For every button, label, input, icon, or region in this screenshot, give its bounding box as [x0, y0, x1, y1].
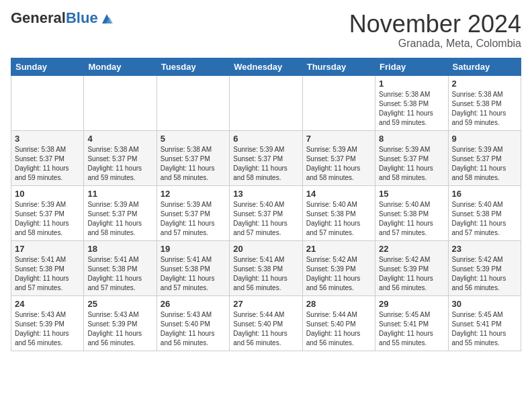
calendar-cell: 8Sunrise: 5:39 AMSunset: 5:37 PMDaylight…	[375, 130, 448, 185]
day-number: 29	[379, 299, 444, 309]
day-info: Sunrise: 5:40 AMSunset: 5:38 PMDaylight:…	[452, 200, 517, 238]
calendar-cell: 27Sunrise: 5:44 AMSunset: 5:40 PMDayligh…	[230, 295, 302, 351]
day-number: 25	[87, 299, 152, 309]
calendar-cell: 16Sunrise: 5:40 AMSunset: 5:38 PMDayligh…	[448, 185, 521, 240]
calendar-cell: 25Sunrise: 5:43 AMSunset: 5:39 PMDayligh…	[84, 295, 157, 351]
day-info: Sunrise: 5:39 AMSunset: 5:37 PMDaylight:…	[161, 200, 226, 238]
day-number: 18	[87, 244, 152, 254]
calendar-cell: 17Sunrise: 5:41 AMSunset: 5:38 PMDayligh…	[11, 240, 84, 295]
logo-text: GeneralBlue	[11, 11, 114, 26]
day-info: Sunrise: 5:39 AMSunset: 5:37 PMDaylight:…	[15, 200, 80, 238]
logo-blue: Blue	[66, 11, 98, 26]
day-number: 20	[233, 244, 298, 254]
col-header-saturday: Saturday	[448, 58, 521, 75]
calendar-cell: 30Sunrise: 5:45 AMSunset: 5:41 PMDayligh…	[448, 295, 521, 351]
day-number: 27	[233, 299, 298, 309]
day-number: 6	[233, 134, 298, 144]
day-info: Sunrise: 5:39 AMSunset: 5:37 PMDaylight:…	[452, 145, 517, 183]
day-number: 10	[15, 189, 80, 199]
day-number: 8	[379, 134, 444, 144]
calendar-cell: 12Sunrise: 5:39 AMSunset: 5:37 PMDayligh…	[157, 185, 229, 240]
calendar-cell	[84, 75, 157, 130]
day-number: 16	[452, 189, 517, 199]
calendar-cell: 13Sunrise: 5:40 AMSunset: 5:37 PMDayligh…	[230, 185, 302, 240]
day-number: 1	[379, 79, 444, 89]
day-number: 17	[15, 244, 80, 254]
col-header-thursday: Thursday	[302, 58, 375, 75]
day-info: Sunrise: 5:42 AMSunset: 5:39 PMDaylight:…	[452, 255, 517, 293]
day-info: Sunrise: 5:41 AMSunset: 5:38 PMDaylight:…	[161, 255, 226, 293]
calendar-week-2: 3Sunrise: 5:38 AMSunset: 5:37 PMDaylight…	[11, 130, 521, 185]
calendar-cell: 20Sunrise: 5:41 AMSunset: 5:38 PMDayligh…	[230, 240, 302, 295]
calendar-cell	[230, 75, 302, 130]
month-title: November 2024	[349, 11, 521, 38]
day-number: 12	[161, 189, 226, 199]
day-info: Sunrise: 5:42 AMSunset: 5:39 PMDaylight:…	[306, 255, 371, 293]
calendar-cell: 19Sunrise: 5:41 AMSunset: 5:38 PMDayligh…	[157, 240, 229, 295]
calendar-cell: 6Sunrise: 5:39 AMSunset: 5:37 PMDaylight…	[230, 130, 302, 185]
calendar-cell: 10Sunrise: 5:39 AMSunset: 5:37 PMDayligh…	[11, 185, 84, 240]
calendar-cell: 28Sunrise: 5:44 AMSunset: 5:40 PMDayligh…	[302, 295, 375, 351]
day-info: Sunrise: 5:43 AMSunset: 5:39 PMDaylight:…	[15, 310, 80, 348]
calendar-cell: 2Sunrise: 5:38 AMSunset: 5:38 PMDaylight…	[448, 75, 521, 130]
calendar-cell: 3Sunrise: 5:38 AMSunset: 5:37 PMDaylight…	[11, 130, 84, 185]
logo-icon	[99, 11, 114, 25]
day-info: Sunrise: 5:39 AMSunset: 5:37 PMDaylight:…	[87, 200, 152, 238]
day-info: Sunrise: 5:40 AMSunset: 5:38 PMDaylight:…	[379, 200, 444, 238]
day-info: Sunrise: 5:45 AMSunset: 5:41 PMDaylight:…	[452, 310, 517, 348]
day-number: 14	[306, 189, 371, 199]
day-info: Sunrise: 5:45 AMSunset: 5:41 PMDaylight:…	[379, 310, 444, 348]
title-block: November 2024 Granada, Meta, Colombia	[349, 11, 521, 50]
calendar-cell: 4Sunrise: 5:38 AMSunset: 5:37 PMDaylight…	[84, 130, 157, 185]
day-number: 7	[306, 134, 371, 144]
day-info: Sunrise: 5:41 AMSunset: 5:38 PMDaylight:…	[15, 255, 80, 293]
calendar-week-1: 1Sunrise: 5:38 AMSunset: 5:38 PMDaylight…	[11, 75, 521, 130]
day-number: 4	[87, 134, 152, 144]
day-info: Sunrise: 5:44 AMSunset: 5:40 PMDaylight:…	[306, 310, 371, 348]
day-info: Sunrise: 5:44 AMSunset: 5:40 PMDaylight:…	[233, 310, 298, 348]
day-info: Sunrise: 5:41 AMSunset: 5:38 PMDaylight:…	[233, 255, 298, 293]
calendar-header-row: SundayMondayTuesdayWednesdayThursdayFrid…	[11, 58, 521, 75]
calendar-week-5: 24Sunrise: 5:43 AMSunset: 5:39 PMDayligh…	[11, 295, 521, 351]
calendar-cell	[302, 75, 375, 130]
calendar-week-4: 17Sunrise: 5:41 AMSunset: 5:38 PMDayligh…	[11, 240, 521, 295]
day-info: Sunrise: 5:38 AMSunset: 5:37 PMDaylight:…	[15, 145, 80, 183]
col-header-monday: Monday	[84, 58, 157, 75]
day-number: 11	[87, 189, 152, 199]
calendar-cell	[11, 75, 84, 130]
calendar-cell: 7Sunrise: 5:39 AMSunset: 5:37 PMDaylight…	[302, 130, 375, 185]
calendar-cell: 26Sunrise: 5:43 AMSunset: 5:40 PMDayligh…	[157, 295, 229, 351]
day-info: Sunrise: 5:38 AMSunset: 5:38 PMDaylight:…	[452, 90, 517, 128]
calendar-cell: 9Sunrise: 5:39 AMSunset: 5:37 PMDaylight…	[448, 130, 521, 185]
day-number: 30	[452, 299, 517, 309]
calendar-cell: 18Sunrise: 5:41 AMSunset: 5:38 PMDayligh…	[84, 240, 157, 295]
calendar-cell: 23Sunrise: 5:42 AMSunset: 5:39 PMDayligh…	[448, 240, 521, 295]
calendar-cell: 21Sunrise: 5:42 AMSunset: 5:39 PMDayligh…	[302, 240, 375, 295]
location: Granada, Meta, Colombia	[349, 38, 521, 50]
calendar-cell: 15Sunrise: 5:40 AMSunset: 5:38 PMDayligh…	[375, 185, 448, 240]
day-info: Sunrise: 5:43 AMSunset: 5:40 PMDaylight:…	[161, 310, 226, 348]
day-number: 9	[452, 134, 517, 144]
calendar: SundayMondayTuesdayWednesdayThursdayFrid…	[11, 58, 521, 351]
day-number: 21	[306, 244, 371, 254]
calendar-cell: 11Sunrise: 5:39 AMSunset: 5:37 PMDayligh…	[84, 185, 157, 240]
day-number: 15	[379, 189, 444, 199]
col-header-sunday: Sunday	[11, 58, 84, 75]
day-number: 19	[161, 244, 226, 254]
day-info: Sunrise: 5:38 AMSunset: 5:37 PMDaylight:…	[161, 145, 226, 183]
day-info: Sunrise: 5:40 AMSunset: 5:38 PMDaylight:…	[306, 200, 371, 238]
day-number: 3	[15, 134, 80, 144]
day-info: Sunrise: 5:39 AMSunset: 5:37 PMDaylight:…	[379, 145, 444, 183]
col-header-wednesday: Wednesday	[230, 58, 302, 75]
day-number: 2	[452, 79, 517, 89]
day-info: Sunrise: 5:40 AMSunset: 5:37 PMDaylight:…	[233, 200, 298, 238]
calendar-cell: 22Sunrise: 5:42 AMSunset: 5:39 PMDayligh…	[375, 240, 448, 295]
calendar-cell: 14Sunrise: 5:40 AMSunset: 5:38 PMDayligh…	[302, 185, 375, 240]
day-info: Sunrise: 5:38 AMSunset: 5:38 PMDaylight:…	[379, 90, 444, 128]
page: GeneralBlue November 2024 Granada, Meta,…	[0, 0, 532, 362]
logo: GeneralBlue	[11, 11, 114, 26]
day-info: Sunrise: 5:39 AMSunset: 5:37 PMDaylight:…	[306, 145, 371, 183]
day-number: 24	[15, 299, 80, 309]
header: GeneralBlue November 2024 Granada, Meta,…	[11, 11, 521, 50]
day-info: Sunrise: 5:39 AMSunset: 5:37 PMDaylight:…	[233, 145, 298, 183]
